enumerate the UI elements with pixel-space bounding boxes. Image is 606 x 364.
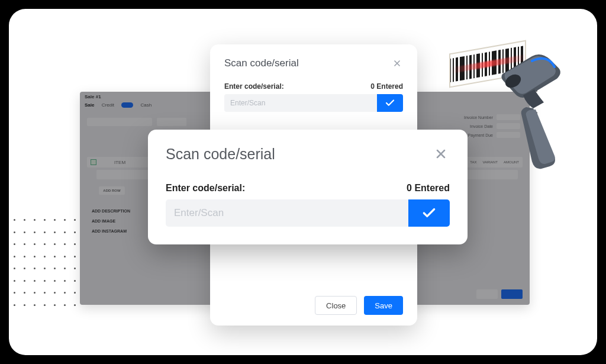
entered-count: 0 Entered <box>370 82 403 91</box>
add-description-link[interactable]: ADD DESCRIPTION <box>92 209 130 213</box>
col-variant: VARIANT <box>482 160 498 164</box>
toggle-cash[interactable]: Cash <box>141 102 152 108</box>
invoice-meta: Invoice Number Invoice Date Payment Due <box>464 114 520 141</box>
app-footer-buttons <box>476 289 523 299</box>
confirm-button[interactable] <box>408 199 450 227</box>
enter-code-label: Enter code/serial: <box>166 183 245 194</box>
code-input[interactable] <box>224 94 377 112</box>
modal-title: Scan code/serial <box>166 146 432 163</box>
invoice-number-value[interactable] <box>497 114 520 120</box>
payment-due-value[interactable] <box>497 132 520 138</box>
add-instagram-link[interactable]: ADD INSTAGRAM <box>92 229 130 233</box>
confirm-button[interactable] <box>377 94 403 112</box>
col-tax: TAX <box>470 160 476 164</box>
col-amount: AMOUNT <box>504 160 519 164</box>
svg-point-0 <box>503 72 523 90</box>
share-button[interactable] <box>476 289 498 299</box>
stage: Sale #1 Sale Credit Cash Invoice Number … <box>9 9 597 355</box>
close-icon[interactable] <box>432 145 450 163</box>
scan-beam-icon <box>452 54 526 73</box>
close-icon[interactable] <box>391 57 403 69</box>
entered-count: 0 Entered <box>407 183 450 194</box>
attachment-links: ADD DESCRIPTION ADD IMAGE ADD INSTAGRAM <box>92 209 130 233</box>
invoice-number-label: Invoice Number <box>464 114 493 121</box>
close-button[interactable]: Close <box>315 296 357 315</box>
col-item: ITEM <box>114 160 125 165</box>
toggle-switch[interactable] <box>121 102 133 108</box>
add-row-button[interactable]: ADD ROW <box>99 186 125 195</box>
enter-code-label: Enter code/serial: <box>224 82 284 91</box>
customer-select[interactable] <box>87 118 152 126</box>
save-button[interactable] <box>501 289 523 299</box>
decoration-dots-right <box>536 79 547 126</box>
billed-to-field[interactable] <box>157 118 186 126</box>
modal-title: Scan code/serial <box>224 57 391 69</box>
toggle-credit[interactable]: Credit <box>102 102 114 108</box>
code-input[interactable] <box>166 199 408 227</box>
select-all-checkbox[interactable] <box>91 159 96 165</box>
mode-toggle-row: Sale Credit Cash <box>85 102 157 108</box>
invoice-date-label: Invoice Date <box>470 123 493 130</box>
decoration-dots-left <box>14 219 79 308</box>
payment-due-label: Payment Due <box>468 132 493 139</box>
mode-label: Sale <box>85 102 94 108</box>
save-button[interactable]: Save <box>364 296 403 315</box>
add-image-link[interactable]: ADD IMAGE <box>92 219 130 223</box>
barcode-label-icon <box>449 40 526 88</box>
window-title: Sale #1 <box>85 94 101 99</box>
invoice-date-value[interactable] <box>497 123 520 129</box>
scan-modal-front: Scan code/serial Enter code/serial: 0 En… <box>148 130 468 244</box>
